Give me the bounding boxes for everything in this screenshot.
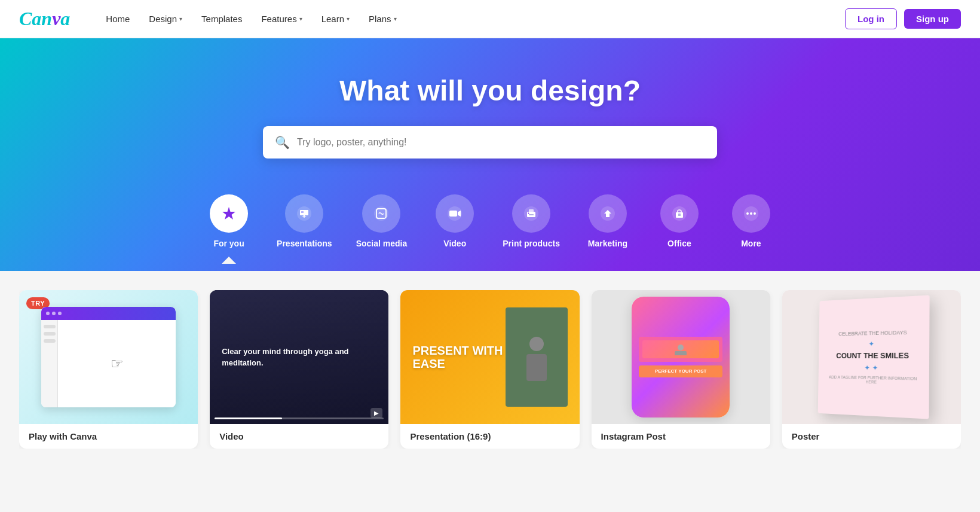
nav-links: Home Design ▾ Templates Features ▾ Learn… xyxy=(99,9,826,29)
editor-dot-2 xyxy=(52,312,56,315)
svg-rect-4 xyxy=(304,212,307,213)
svg-point-24 xyxy=(678,345,684,351)
print-products-label: Print products xyxy=(503,239,560,248)
nav-learn-label: Learn xyxy=(321,14,344,24)
search-icon: 🔍 xyxy=(275,135,290,150)
editor-mockup: ☞ xyxy=(41,307,175,407)
editor-dot-1 xyxy=(46,312,50,315)
editor-sidebar xyxy=(41,320,58,407)
login-button[interactable]: Log in xyxy=(845,8,897,29)
category-for-you[interactable]: For you xyxy=(193,187,265,271)
canva-logo[interactable]: Canva xyxy=(19,8,70,30)
nav-learn[interactable]: Learn ▾ xyxy=(314,9,357,29)
video-label: Video xyxy=(443,239,466,248)
marketing-icon xyxy=(589,194,627,233)
svg-rect-12 xyxy=(529,214,534,215)
marketing-label: Marketing xyxy=(588,239,627,248)
editor-body: ☞ xyxy=(41,320,175,407)
social-media-icon xyxy=(362,194,400,233)
nav-design-label: Design xyxy=(149,14,177,24)
svg-rect-11 xyxy=(529,209,534,212)
office-label: Office xyxy=(667,239,691,248)
nav-home[interactable]: Home xyxy=(99,9,137,29)
phone-top-image xyxy=(639,337,723,362)
nav-plans[interactable]: Plans ▾ xyxy=(362,9,404,29)
video-progress-bar xyxy=(215,417,384,419)
presentation-content: PRESENT WITH EASE xyxy=(400,290,579,424)
sidebar-item-1 xyxy=(44,325,56,328)
card-label-presentation: Presentation (16:9) xyxy=(400,424,579,449)
nav-design[interactable]: Design ▾ xyxy=(142,9,189,29)
phone-screen: Perfect your post xyxy=(632,297,730,417)
learn-chevron-icon: ▾ xyxy=(347,16,350,22)
video-icon xyxy=(436,194,474,233)
editor-canvas: ☞ xyxy=(58,320,175,407)
svg-point-21 xyxy=(754,212,756,215)
video-text-overlay: Clear your mind through yoga and meditat… xyxy=(222,346,376,369)
for-you-icon xyxy=(210,194,248,233)
card-video[interactable]: Clear your mind through yoga and meditat… xyxy=(210,290,388,449)
content-area: TRY ☞ xyxy=(0,271,980,477)
sidebar-item-2 xyxy=(44,332,56,336)
phone-image-area xyxy=(642,340,719,358)
svg-rect-25 xyxy=(675,351,687,355)
card-label-video: Video xyxy=(210,424,388,449)
print-products-icon xyxy=(512,194,550,233)
nav-features-label: Features xyxy=(261,14,296,24)
svg-rect-8 xyxy=(449,211,457,217)
card-label-play: Play with Canva xyxy=(19,424,198,449)
poster-subtext: ADD A TAGLINE FOR FURTHER INFORMATION HE… xyxy=(825,375,922,385)
video-overlay: Clear your mind through yoga and meditat… xyxy=(210,290,388,424)
card-presentation[interactable]: PRESENT WITH EASE Presentation (16:9) xyxy=(400,290,579,449)
poster-stars-row: ✦ xyxy=(869,340,875,348)
hero-title: What will you design? xyxy=(12,74,968,107)
card-label-instagram: Instagram Post xyxy=(592,424,770,449)
presentation-main-text: PRESENT WITH EASE xyxy=(412,344,503,370)
search-bar: 🔍 xyxy=(263,126,717,159)
card-thumb-poster: CELEBRATE THE HOLIDAYS ✦ COUNT THE SMILE… xyxy=(782,290,961,424)
card-poster[interactable]: CELEBRATE THE HOLIDAYS ✦ COUNT THE SMILE… xyxy=(782,290,961,449)
sidebar-item-3 xyxy=(44,339,56,343)
category-office[interactable]: Office xyxy=(644,187,715,271)
presentation-text-block: PRESENT WITH EASE xyxy=(412,344,506,370)
category-marketing[interactable]: Marketing xyxy=(572,187,644,271)
card-label-poster: Poster xyxy=(782,424,961,449)
nav-templates[interactable]: Templates xyxy=(194,9,249,29)
svg-rect-23 xyxy=(526,354,547,381)
nav-features[interactable]: Features ▾ xyxy=(254,9,309,29)
video-progress-fill xyxy=(215,417,282,419)
editor-dot-3 xyxy=(58,312,62,315)
card-thumb-play: TRY ☞ xyxy=(19,290,198,424)
svg-point-13 xyxy=(528,213,529,214)
card-thumb-presentation: PRESENT WITH EASE xyxy=(400,290,579,424)
card-thumb-video: Clear your mind through yoga and meditat… xyxy=(210,290,388,424)
cursor-icon: ☞ xyxy=(111,355,124,372)
poster-star-1: ✦ xyxy=(869,340,875,348)
presentations-icon xyxy=(285,194,323,233)
category-more[interactable]: More xyxy=(715,187,787,271)
presentation-person xyxy=(506,307,568,407)
video-play-btn: ▶ xyxy=(370,408,382,418)
phone-overlay-text: Perfect your post xyxy=(642,368,720,374)
poster-3d: CELEBRATE THE HOLIDAYS ✦ COUNT THE SMILE… xyxy=(818,295,930,420)
category-social-media[interactable]: Social media xyxy=(344,187,419,271)
svg-point-20 xyxy=(750,212,752,215)
card-play-with-canva[interactable]: TRY ☞ xyxy=(19,290,198,449)
poster-tagline: CELEBRATE THE HOLIDAYS xyxy=(838,330,907,337)
poster-main-text: COUNT THE SMILES xyxy=(836,352,909,361)
category-print-products[interactable]: Print products xyxy=(491,187,572,271)
poster-star-3: ✦ xyxy=(872,364,878,372)
category-video[interactable]: Video xyxy=(419,187,491,271)
nav-plans-label: Plans xyxy=(369,14,391,24)
phone-text-box: Perfect your post xyxy=(639,365,723,377)
category-presentations[interactable]: Presentations xyxy=(265,187,344,271)
poster-star-2: ✦ xyxy=(865,364,871,372)
more-icon xyxy=(732,194,770,233)
signup-button[interactable]: Sign up xyxy=(904,9,961,29)
card-instagram[interactable]: Perfect your post Instagram Post xyxy=(592,290,770,449)
navbar: Canva Home Design ▾ Templates Features ▾… xyxy=(0,0,980,38)
categories-row: For you Presentations xyxy=(12,187,968,271)
svg-rect-3 xyxy=(301,211,304,213)
search-input[interactable] xyxy=(297,137,705,148)
card-thumb-instagram: Perfect your post xyxy=(592,290,770,424)
